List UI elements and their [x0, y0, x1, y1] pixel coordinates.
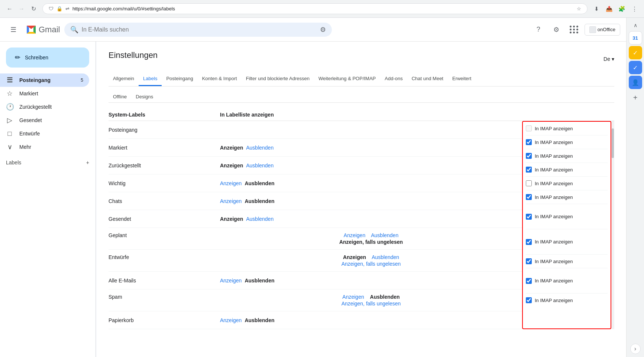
gmail-body: ✏ Schreiben ☰ Posteingang 5 ☆ Markiert 🕐…	[0, 42, 626, 357]
forward-button[interactable]: →	[16, 4, 27, 14]
download-button[interactable]: ⬇	[591, 4, 602, 14]
menu-button[interactable]: ⋮	[629, 4, 640, 14]
share-button[interactable]: 📤	[604, 4, 614, 14]
action-ausblenden[interactable]: Ausblenden	[245, 198, 274, 204]
settings-tabs: Allgemein Labels Posteingang Konten & Im…	[109, 72, 614, 86]
sidebar-resize-handle[interactable]	[95, 42, 97, 357]
labels-main: System-Labels In Labelliste anzeigen	[109, 109, 614, 329]
label-actions-wichtig: Anzeigen Ausblenden	[220, 180, 522, 186]
subtab-offline[interactable]: Offline	[109, 91, 131, 102]
sidebar-label-posteingang: Posteingang	[19, 77, 51, 83]
sidebar-item-posteingang[interactable]: ☰ Posteingang 5	[0, 73, 89, 87]
calendar-extension-button[interactable]: 31	[629, 31, 642, 45]
tab-labels[interactable]: Labels	[139, 72, 162, 86]
sidebar-item-zurueckgestellt[interactable]: 🕐 Zurückgestellt	[0, 100, 89, 114]
action-anzeigen[interactable]: Anzeigen	[220, 163, 243, 168]
action-ausblenden[interactable]: Ausblenden	[370, 294, 400, 300]
action-ausblenden[interactable]: Ausblenden	[246, 216, 274, 222]
scroll-up-button[interactable]: ∧	[632, 21, 639, 30]
sidebar-item-markiert[interactable]: ☆ Markiert	[0, 87, 89, 100]
action-anzeigen-falls-ungelesen[interactable]: Anzeigen, falls ungelesen	[342, 301, 401, 307]
sidebar-item-mehr[interactable]: ∨ Mehr	[0, 140, 89, 154]
search-bar[interactable]: 🔍 ⚙	[64, 23, 332, 37]
action-ausblenden[interactable]: Ausblenden	[245, 180, 274, 186]
tab-erweitert[interactable]: Erweitert	[448, 72, 476, 86]
help-button[interactable]: ?	[531, 22, 546, 37]
action-ausblenden[interactable]: Ausblenden	[246, 163, 274, 168]
action-anzeigen-falls-ungelesen[interactable]: Anzeigen, falls ungelesen	[342, 261, 401, 267]
action-anzeigen[interactable]: Anzeigen	[220, 145, 243, 151]
sidebar-item-gesendet[interactable]: ▷ Gesendet	[0, 114, 89, 127]
sidebar-expand-button[interactable]: ›	[630, 344, 641, 354]
search-input[interactable]	[81, 26, 317, 33]
check-extension-button[interactable]: ✓	[629, 61, 642, 74]
tab-weiterleitung[interactable]: Weiterleitung & POP/IMAP	[314, 72, 380, 86]
tab-posteingang[interactable]: Posteingang	[162, 72, 197, 86]
imap-checkbox-gesendet[interactable]	[526, 194, 532, 200]
back-button[interactable]: ←	[4, 4, 15, 14]
language-selector[interactable]: De ▾	[603, 56, 614, 62]
extensions-button[interactable]: 🧩	[617, 4, 627, 14]
action-ausblenden[interactable]: Ausblenden	[371, 232, 398, 238]
table-row: Markiert Anzeigen Ausblenden	[109, 139, 522, 157]
tab-filter[interactable]: Filter und blockierte Adressen	[242, 72, 314, 86]
label-actions-chats: Anzeigen Ausblenden	[220, 198, 522, 204]
action-anzeigen[interactable]: Anzeigen	[342, 294, 364, 300]
imap-checkbox-spam[interactable]	[526, 278, 532, 284]
action-ausblenden[interactable]: Ausblenden	[246, 145, 274, 151]
action-ausblenden[interactable]: Ausblenden	[245, 317, 274, 323]
label-name-zurueckgestellt: Zurückgestellt	[109, 163, 220, 168]
address-bar[interactable]: 🛡 🔒 ⇌ https://mail.google.com/mail/u/0/#…	[42, 3, 588, 14]
settings-button[interactable]: ⚙	[549, 22, 564, 37]
settings-header-row: Einstellungen De ▾	[109, 50, 614, 68]
label-actions-gesendet: Anzeigen Ausblenden	[220, 216, 522, 222]
person-extension-button[interactable]: 👤	[629, 76, 642, 89]
label-name-papierkorb: Papierkorb	[109, 317, 220, 323]
imap-checkbox-papierkorb[interactable]	[526, 297, 532, 303]
gmail-logo[interactable]: Gmail	[25, 24, 60, 36]
scroll-thumb[interactable]	[612, 128, 614, 158]
imap-cell-alle-emails: In IMAP anzeigen	[526, 255, 608, 268]
labels-table-container: System-Labels In Labelliste anzeigen	[109, 109, 614, 329]
action-anzeigen[interactable]: Anzeigen	[220, 198, 242, 204]
imap-checkbox-markiert[interactable]	[526, 139, 532, 145]
sidebar-item-entwuerfe[interactable]: □ Entwürfe	[0, 127, 89, 140]
imap-checkbox-entwuerfe[interactable]	[526, 239, 532, 245]
action-anzeigen[interactable]: Anzeigen	[220, 216, 243, 222]
col-header-show: In Labelliste anzeigen	[220, 112, 525, 118]
imap-checkbox-posteingang[interactable]	[526, 125, 532, 131]
compose-button[interactable]: ✏ Schreiben	[6, 48, 89, 68]
action-anzeigen[interactable]: Anzeigen	[344, 232, 365, 238]
settings-subtabs: Offline Designs	[109, 86, 614, 103]
action-ausblenden[interactable]: Ausblenden	[372, 254, 399, 260]
bookmark-icon[interactable]: ☆	[577, 6, 581, 12]
action-anzeigen[interactable]: Anzeigen	[343, 254, 366, 260]
tab-chat[interactable]: Chat und Meet	[407, 72, 448, 86]
imap-checkbox-alle-emails[interactable]	[526, 258, 532, 264]
reload-button[interactable]: ↻	[28, 4, 39, 14]
account-button[interactable]: onOffice	[585, 24, 620, 36]
action-anzeigen[interactable]: Anzeigen	[220, 180, 242, 186]
tab-addons[interactable]: Add-ons	[380, 72, 407, 86]
add-label-button[interactable]: +	[86, 160, 89, 166]
action-anzeigen[interactable]: Anzeigen	[220, 278, 242, 284]
scroll-indicator[interactable]	[611, 121, 614, 329]
col-header-label: System-Labels	[109, 112, 220, 118]
add-extension-button[interactable]: +	[630, 91, 641, 105]
filter-icon[interactable]: ⚙	[320, 26, 326, 34]
subtab-designs[interactable]: Designs	[131, 91, 158, 102]
imap-cell-posteingang: In IMAP anzeigen	[526, 122, 608, 135]
imap-checkbox-geplant[interactable]	[526, 214, 532, 220]
tab-konten[interactable]: Konten & Import	[198, 72, 242, 86]
imap-checkbox-wichtig[interactable]	[526, 167, 532, 173]
tasks-extension-button[interactable]: ✓	[629, 46, 642, 59]
apps-button[interactable]	[567, 22, 582, 37]
label-show-column: Posteingang Markiert Anzeigen Ausble	[109, 121, 522, 329]
imap-checkbox-chats[interactable]	[526, 180, 532, 186]
action-anzeigen[interactable]: Anzeigen	[220, 317, 242, 323]
action-anzeigen-falls-ungelesen[interactable]: Anzeigen, falls ungelesen	[339, 239, 403, 245]
hamburger-button[interactable]: ☰	[6, 22, 21, 37]
action-ausblenden[interactable]: Ausblenden	[245, 278, 274, 284]
tab-allgemein[interactable]: Allgemein	[109, 72, 139, 86]
imap-checkbox-zurueckgestellt[interactable]	[526, 153, 532, 159]
